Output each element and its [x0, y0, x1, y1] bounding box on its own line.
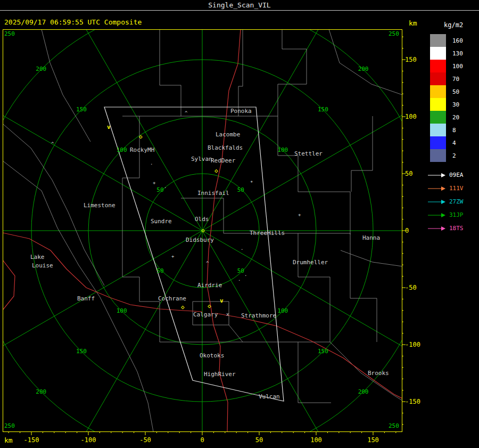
legend-color-swatch	[430, 98, 446, 111]
legend-level-row: 4	[426, 136, 479, 149]
legend-level-value: 70	[452, 76, 459, 83]
legend-color-swatch	[430, 136, 446, 149]
site-arrow-icon	[428, 199, 446, 205]
legend-color-swatch	[430, 111, 446, 124]
legend-color-swatch	[430, 85, 446, 98]
radar-plot-svg	[0, 0, 479, 448]
legend-color-swatch	[430, 60, 446, 72]
legend-level-row: 100	[426, 60, 479, 72]
legend-level-value: 130	[452, 50, 463, 57]
site-id-label: 09EA	[449, 172, 464, 178]
legend-level-value: 100	[452, 63, 463, 70]
legend-level-value: 2	[452, 152, 456, 159]
legend-level-row: 130	[426, 47, 479, 60]
legend-level-value: 4	[452, 140, 456, 146]
legend-site-row: 27ZW	[426, 195, 479, 208]
legend-level-row: 160	[426, 34, 479, 47]
legend-site-row: 31JP	[426, 208, 479, 222]
site-id-label: 27ZW	[449, 198, 464, 205]
legend-site-row: 111V	[426, 182, 479, 195]
site-id-label: 111V	[449, 185, 464, 192]
site-id-label: 18TS	[449, 225, 464, 232]
legend-level-row: 30	[426, 98, 479, 111]
legend-level-row: 20	[426, 111, 479, 124]
legend-color-levels: 16013010070503020842	[426, 34, 479, 162]
legend-level-value: 50	[452, 88, 459, 95]
radar-map-canvas[interactable]: 5050505010010010010015015015015020020020…	[0, 0, 479, 448]
site-arrow-icon	[428, 212, 446, 218]
site-arrow-icon	[428, 225, 446, 232]
site-arrow-icon	[428, 185, 446, 192]
scan-area-outline	[104, 107, 284, 401]
legend-radar-sites: 09EA111V27ZW31JP18TS	[426, 168, 479, 235]
legend-level-value: 160	[452, 37, 463, 44]
legend-color-swatch	[430, 47, 446, 60]
color-scale-legend: kg/m2 16013010070503020842 09EA111V27ZW3…	[426, 21, 479, 235]
legend-site-row: 18TS	[426, 222, 479, 235]
legend-color-swatch	[430, 72, 446, 85]
site-arrow-icon	[428, 172, 446, 178]
legend-color-swatch	[430, 124, 446, 136]
legend-site-row: 09EA	[426, 168, 479, 182]
legend-level-row: 8	[426, 124, 479, 136]
range-rings-layer	[0, 0, 479, 448]
legend-level-value: 30	[452, 101, 459, 108]
legend-level-value: 8	[452, 127, 456, 134]
legend-level-row: 70	[426, 72, 479, 85]
legend-unit-label: kg/m2	[444, 21, 479, 34]
legend-level-row: 2	[426, 149, 479, 162]
legend-color-swatch	[430, 34, 446, 47]
legend-level-value: 20	[452, 114, 459, 121]
site-id-label: 31JP	[449, 211, 464, 218]
axis-ticks	[9, 37, 406, 435]
legend-level-row: 50	[426, 85, 479, 98]
legend-color-swatch	[430, 149, 446, 162]
